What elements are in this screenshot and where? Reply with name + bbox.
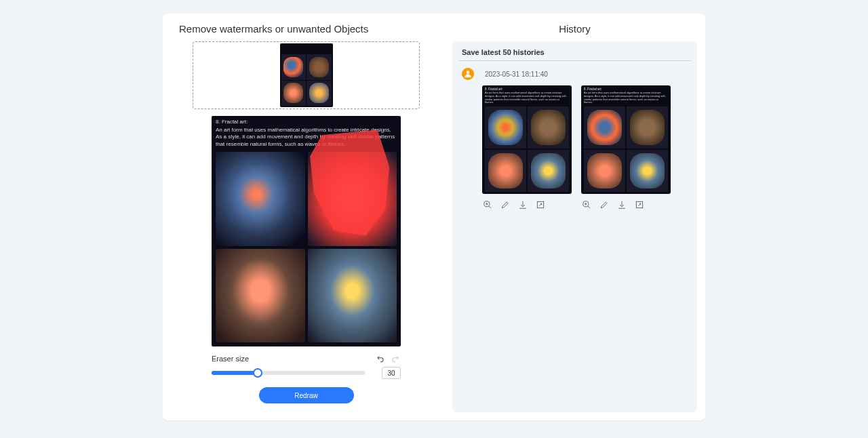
avatar [462, 68, 474, 80]
history-header: Save latest 50 histories [458, 48, 691, 61]
download-icon[interactable] [517, 199, 528, 210]
zoom-icon[interactable] [482, 199, 493, 210]
eraser-size-slider[interactable] [212, 371, 366, 375]
svg-line-7 [588, 206, 591, 209]
expand-icon[interactable] [535, 199, 546, 210]
app-container: Remove watermarks or unwanted Objects 8.… [163, 14, 705, 420]
image-thumbnail [280, 43, 333, 107]
history-title: History [452, 23, 697, 35]
thumb-grid [281, 54, 332, 106]
main-image-canvas[interactable]: 8. Fractal art: An art form that uses ma… [212, 116, 401, 346]
undo-icon[interactable] [375, 353, 386, 364]
history-result-after: 8. Fractal art: An art form that uses ma… [581, 85, 671, 210]
expand-icon[interactable] [634, 199, 645, 210]
redo-icon[interactable] [390, 353, 401, 364]
history-panel: Save latest 50 histories 2023-05-31 18:1… [452, 41, 697, 412]
history-timestamp: 2023-05-31 18:11:40 [485, 71, 548, 78]
eraser-size-label: Eraser size [212, 355, 249, 363]
controls-row: Eraser size [212, 353, 401, 364]
svg-point-0 [467, 71, 470, 74]
eraser-slider-row [212, 367, 401, 379]
history-panel-wrapper: History Save latest 50 histories 2023-05… [444, 14, 705, 420]
zoom-icon[interactable] [581, 199, 592, 210]
slider-thumb[interactable] [253, 368, 262, 378]
edit-icon[interactable] [599, 199, 610, 210]
edit-icon[interactable] [500, 199, 511, 210]
image-drop-zone[interactable] [193, 41, 420, 109]
history-image[interactable]: 8. Fractal art: An art form that uses ma… [482, 85, 572, 194]
history-item: 2023-05-31 18:11:40 8. Fractal art: An a… [462, 68, 688, 210]
history-meta: 2023-05-31 18:11:40 [462, 68, 688, 80]
editor-title: Remove watermarks or unwanted Objects [179, 23, 433, 35]
editor-panel: Remove watermarks or unwanted Objects 8.… [163, 14, 444, 420]
download-icon[interactable] [616, 199, 627, 210]
history-images: 8. Fractal art: An art form that uses ma… [482, 85, 688, 210]
image-caption-title: 8. Fractal art: [216, 119, 397, 125]
svg-line-2 [489, 206, 492, 209]
redraw-button[interactable]: Redraw [259, 387, 354, 403]
eraser-size-input[interactable] [382, 367, 401, 379]
history-actions [482, 199, 572, 210]
history-actions [581, 199, 671, 210]
undo-redo-group [375, 353, 401, 364]
history-image[interactable]: 8. Fractal art: An art form that uses ma… [581, 85, 671, 194]
thumb-caption [281, 45, 332, 54]
history-result-before: 8. Fractal art: An art form that uses ma… [482, 85, 572, 210]
